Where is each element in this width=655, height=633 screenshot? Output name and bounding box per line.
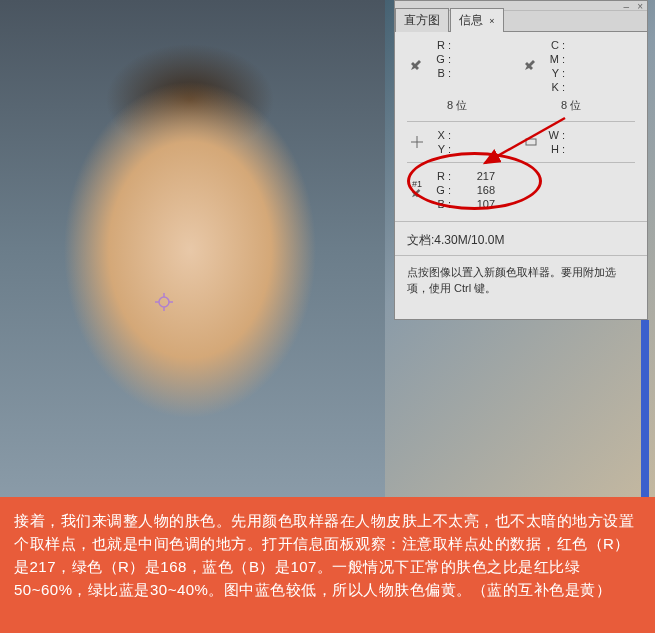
svg-point-0 xyxy=(159,297,169,307)
sampler-b-value: 107 xyxy=(451,197,495,211)
doc-label: 文档: xyxy=(407,233,434,247)
color-sampler-marker xyxy=(155,293,173,311)
r-label: R : xyxy=(427,38,451,52)
divider xyxy=(407,121,635,122)
tab-bar: 直方图 信息 × xyxy=(395,11,647,32)
sampler-r-value: 217 xyxy=(451,169,495,183)
b-label: B : xyxy=(427,66,451,80)
sampler-g-value: 168 xyxy=(451,183,495,197)
info-panel: – × 直方图 信息 × R : G : B xyxy=(394,0,648,320)
tutorial-caption: 接着，我们来调整人物的肤色。先用颜色取样器在人物皮肤上不太亮，也不太暗的地方设置… xyxy=(0,497,655,633)
tab-info[interactable]: 信息 × xyxy=(450,8,504,32)
eyedropper-icon xyxy=(521,38,541,94)
tab-close-icon[interactable]: × xyxy=(489,16,494,26)
sampler-g-label: G : xyxy=(427,183,451,197)
y-label: Y : xyxy=(541,66,565,80)
x-label: X : xyxy=(427,128,451,142)
sampler-icon: #1 xyxy=(407,169,427,211)
bits-right: 8 位 xyxy=(521,98,635,113)
xy-wh-row: X : Y : W : H : xyxy=(407,126,635,158)
k-label: K : xyxy=(541,80,565,94)
divider xyxy=(395,221,647,222)
w-label: W : xyxy=(541,128,565,142)
hint-text: 点按图像以置入新颜色取样器。要用附加选项，使用 Ctrl 键。 xyxy=(395,256,647,304)
minimize-icon[interactable]: – xyxy=(623,1,629,12)
eyedropper-icon xyxy=(407,38,427,94)
svg-rect-7 xyxy=(526,139,536,145)
sampler-r-label: R : xyxy=(427,169,451,183)
tab-histogram[interactable]: 直方图 xyxy=(395,8,449,32)
tab-label: 信息 xyxy=(459,13,483,27)
tab-label: 直方图 xyxy=(404,13,440,27)
sampler-row: #1 R : G : B : 217 168 107 xyxy=(407,167,635,213)
app-window: – × 直方图 信息 × R : G : B xyxy=(0,0,655,633)
panel-body: R : G : B : C : xyxy=(395,32,647,217)
bits-row: 8 位 8 位 xyxy=(407,96,635,117)
rgb-cmyk-row: R : G : B : C : xyxy=(407,36,635,96)
blue-divider xyxy=(641,320,649,497)
y-label: Y : xyxy=(427,142,451,156)
bits-left: 8 位 xyxy=(407,98,521,113)
hint-section: 点按图像以置入新颜色取样器。要用附加选项，使用 Ctrl 键。 xyxy=(395,255,647,304)
c-label: C : xyxy=(541,38,565,52)
doc-value: 4.30M/10.0M xyxy=(434,233,504,247)
m-label: M : xyxy=(541,52,565,66)
dimension-icon xyxy=(521,128,541,156)
g-label: G : xyxy=(427,52,451,66)
sampler-b-label: B : xyxy=(427,197,451,211)
crosshair-icon xyxy=(407,128,427,156)
sampler-index: #1 xyxy=(412,179,422,189)
doc-size-row: 文档:4.30M/10.0M xyxy=(395,226,647,255)
close-icon[interactable]: × xyxy=(637,1,643,12)
divider xyxy=(407,162,635,163)
h-label: H : xyxy=(541,142,565,156)
